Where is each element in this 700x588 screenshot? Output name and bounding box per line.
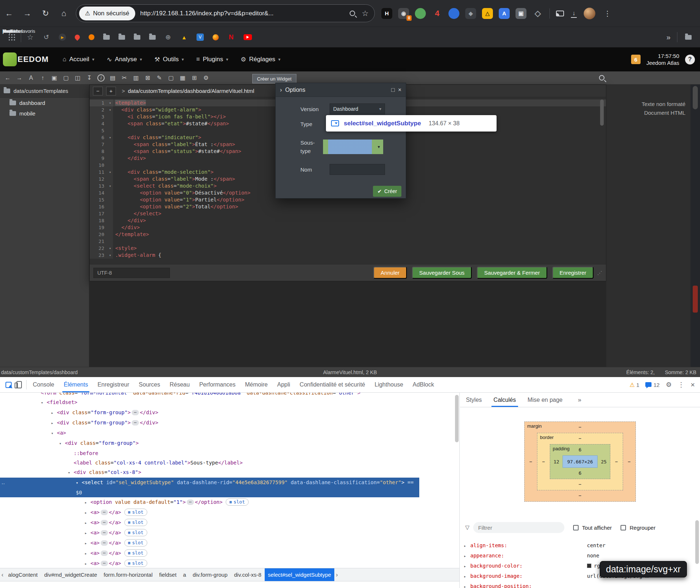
image-icon[interactable]: ▣ [49, 73, 60, 83]
collapse-arrow-icon[interactable]: ▸ [51, 419, 57, 428]
expand-arrow-icon[interactable]: ▾ [59, 439, 65, 448]
bookmark-plex[interactable]: ▶plex [55, 31, 69, 43]
zoom-in-button[interactable]: + [106, 87, 116, 95]
devtools-tab-console[interactable]: Console [28, 377, 59, 392]
dom-tree-row[interactable]: ▸<a>⋯</a>▦slot [0, 548, 455, 558]
create-button[interactable]: ✔ Créer [373, 186, 401, 197]
delete-icon[interactable]: ⊠ [142, 73, 153, 83]
code-line[interactable]: 17 </select> [90, 210, 606, 217]
devtools-menu-icon[interactable]: ⋮ [678, 381, 684, 389]
panel-tab-styles[interactable]: Styles [460, 393, 488, 407]
dom-tree-row[interactable]: ▸<a>⋯</a>▦slot [0, 558, 455, 568]
devtools-tab-sources[interactable]: Sources [134, 377, 165, 392]
breadcrumb-item[interactable]: form.form-horizontal [100, 568, 156, 581]
browser-menu-icon[interactable]: ⋮ [602, 9, 613, 18]
bookmarks-overflow-icon[interactable]: » [664, 33, 673, 42]
dom-tree-row[interactable]: ▾<fieldset> [0, 397, 455, 408]
bookmark-poubelles[interactable]: poubelles [146, 33, 159, 42]
menu-accueil[interactable]: ⌂Accueil▾ [58, 53, 99, 66]
collapse-arrow-icon[interactable]: ▸ [464, 541, 470, 551]
code-line[interactable]: 20</template> [90, 231, 606, 238]
collapse-arrow-icon[interactable]: ▸ [85, 539, 90, 548]
cast-icon[interactable] [556, 11, 564, 16]
code-line[interactable]: 23▾.widget-alarm { [90, 252, 606, 259]
slot-badge[interactable]: ▦slot [124, 549, 147, 557]
undo-icon[interactable]: ← [2, 73, 13, 83]
expand-arrow-icon[interactable]: ▾ [68, 468, 74, 478]
info-icon[interactable]: i [97, 74, 105, 82]
chevron-right-icon[interactable]: › [334, 572, 339, 578]
slot-badge[interactable]: ▦slot [124, 539, 147, 546]
dom-tree-row[interactable]: <label class="col-xs-4 control-label">So… [0, 458, 455, 467]
devtools-tab-confidentialité-et-sécurité[interactable]: Confidentialité et sécurité [295, 377, 370, 392]
dom-tree-row[interactable]: ▸<a>⋯</a>▦slot [0, 518, 455, 528]
menu-reglages[interactable]: ⚙Réglages▾ [236, 53, 285, 66]
dom-tree-row[interactable]: ▸<option value data-default="1">⋯</optio… [0, 497, 455, 507]
panel-tab-mise-en-page[interactable]: Mise en page [522, 393, 568, 407]
collapse-arrow-icon[interactable]: ▸ [85, 559, 90, 568]
ellipsis-button[interactable]: ⋯ [132, 410, 139, 415]
ellipsis-button[interactable]: ⋯ [187, 499, 194, 505]
bookmark-history[interactable]: ↺ [39, 31, 53, 43]
issues-indicator[interactable]: 12 [645, 382, 660, 388]
subtype-select[interactable]: ▾ [323, 140, 383, 154]
dom-tree-row[interactable]: ▸<div class="form-group">⋯</div> [0, 418, 455, 428]
code-line[interactable]: 21 [90, 238, 606, 245]
collapse-arrow-icon[interactable]: ▸ [464, 562, 470, 571]
collapse-arrow-icon[interactable]: ▸ [464, 572, 470, 581]
collapse-arrow-icon[interactable]: ▸ [464, 552, 470, 561]
grid-icon[interactable]: ⊞ [189, 73, 200, 83]
slot-badge[interactable]: ▦slot [226, 498, 248, 506]
fold-arrow-icon[interactable]: ▾ [107, 183, 113, 189]
fold-arrow-icon[interactable]: ▾ [107, 252, 113, 259]
box-model-padding[interactable]: padding 6 12 97.667×26 25 6 [550, 444, 610, 479]
back-icon[interactable]: ← [0, 9, 18, 18]
file-tree-item-dashboard[interactable]: dashboard [0, 98, 89, 108]
menu-plugins[interactable]: ≡Plugins▾ [192, 53, 233, 66]
breadcrumb-item[interactable]: div.col-xs-8 [231, 568, 265, 581]
ellipsis-button[interactable]: ⋯ [101, 550, 108, 556]
bookmark-orange-circle[interactable] [85, 32, 98, 42]
collapse-arrow-icon[interactable]: ▸ [51, 408, 57, 418]
close-icon[interactable]: × [398, 87, 401, 93]
breadcrumb-item[interactable]: div#md_widgetCreate [41, 568, 100, 581]
collapse-arrow-icon[interactable]: ▸ [85, 529, 90, 538]
devtools-tab-mémoire[interactable]: Mémoire [240, 377, 272, 392]
scrollbar-marker[interactable] [693, 286, 698, 313]
box-model-content[interactable]: 97.667×26 [563, 455, 598, 468]
copy-icon[interactable]: ▤ [107, 73, 118, 83]
dom-tree-row[interactable]: ▾<div class="form-group"> [0, 438, 455, 448]
font-size-icon[interactable]: A [26, 73, 36, 83]
extension-blue-circle[interactable] [448, 8, 459, 19]
computed-property-row[interactable]: ▸appearance:none [464, 551, 696, 561]
file-code-icon[interactable]: ▢ [166, 73, 176, 83]
collapse-arrow-icon[interactable]: ▸ [85, 518, 90, 528]
breadcrumb-item[interactable]: select#sel_widgetSubtype [265, 568, 334, 581]
bookmark-local[interactable]: local [131, 33, 144, 42]
slot-badge[interactable]: ▦slot [124, 509, 147, 516]
extension-red-counter[interactable]: 4 [432, 8, 443, 19]
warnings-indicator[interactable]: ⚠1 [630, 381, 639, 388]
computed-property-row[interactable]: ▸align-items:center [464, 541, 696, 551]
breadcrumb-item[interactable]: alogContent [5, 568, 41, 581]
code-scrollbar[interactable] [600, 99, 604, 126]
downloads-icon[interactable]: ↓ [570, 10, 578, 17]
dom-tree-row[interactable]: ▾<div class="col-xs-8"> [0, 467, 455, 478]
dom-tree-row[interactable]: ▸<div class="form-group">⋯</div> [0, 408, 455, 418]
devtools-close-icon[interactable]: × [691, 381, 695, 389]
encoding-field[interactable]: UTF-8 [93, 268, 170, 278]
dom-tree-row[interactable]: ▾<select id="sel_widgetSubtype" data-das… [0, 478, 419, 497]
bookmark-Vsc[interactable]: VVsc [193, 31, 207, 43]
collapse-arrow-icon[interactable]: ▸ [85, 498, 90, 507]
slot-badge[interactable]: ▦slot [124, 519, 147, 526]
bookmark-perso[interactable]: perso [100, 33, 113, 42]
filter-input[interactable] [473, 522, 564, 533]
file-tree-header[interactable]: data/customTemplates [0, 85, 89, 98]
group-checkbox[interactable] [621, 525, 626, 530]
search-icon[interactable] [599, 75, 604, 81]
dom-tree-row[interactable]: ▾<a> [0, 428, 455, 438]
url-text[interactable]: http://192.168.1.126/index.php?v=d&p=edi… [140, 10, 350, 17]
slot-badge[interactable]: ▦slot [124, 560, 147, 567]
save-as-button[interactable]: Sauvegarder Sous [412, 267, 472, 279]
paste-icon[interactable]: ▥ [131, 73, 141, 83]
